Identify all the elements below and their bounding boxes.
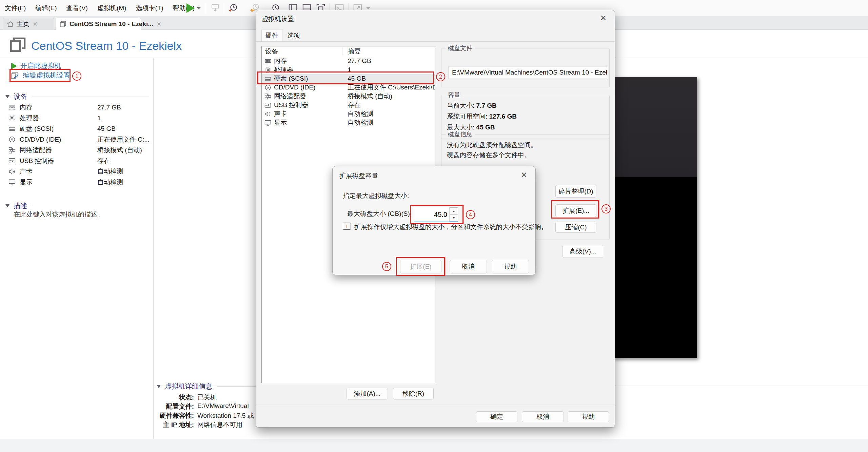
hardware-table-row[interactable]: 内存27.7 GB [262, 57, 435, 65]
devices-section-header[interactable]: 设备 [5, 92, 149, 101]
menu-item-5[interactable]: 选项卡(T) [131, 0, 168, 16]
status-bar [0, 439, 868, 452]
play-icon [11, 63, 17, 69]
menu-item-1[interactable]: 文件(F) [0, 0, 31, 16]
vm-screen-preview [613, 77, 697, 358]
description-placeholder[interactable]: 在此处键入对该虚拟机的描述。 [14, 210, 104, 219]
cd-dvd-icon [8, 136, 16, 143]
hardware-table-row[interactable]: 声卡自动检测 [262, 109, 435, 118]
help-button[interactable]: 帮助 [492, 260, 529, 273]
collapse-arrow-icon [5, 95, 9, 98]
sidebar-device-row[interactable]: 硬盘 (SCSI)45 GB [8, 124, 151, 133]
annotation-step2: 2 [436, 72, 445, 81]
menu-item-3[interactable]: 查看(V) [62, 0, 93, 16]
menu-item-2[interactable]: 编辑(E) [31, 0, 61, 16]
compact-button[interactable]: 压缩(C) [555, 222, 596, 233]
disk-file-path-field[interactable]: E:\VMware\Virtual Machines\CentOS Stream… [449, 66, 607, 79]
add-device-button[interactable]: 添加(A)... [347, 388, 388, 399]
hardware-table-row[interactable]: 网络适配器桥接模式 (自动) [262, 92, 435, 101]
send-ctrl-alt-del-icon [210, 2, 221, 14]
disk-info-line1: 没有为此硬盘预分配磁盘空间。 [447, 141, 537, 149]
tab-home-label: 主页 [17, 20, 29, 28]
detail-row-ip: 主 IP 地址: 网络信息不可用 [149, 420, 242, 429]
annotation-box-step2 [257, 71, 434, 84]
menu-items: 文件(F)编辑(E)查看(V)虚拟机(M)选项卡(T)帮助(H) [0, 0, 199, 16]
tab-vm-close-icon[interactable]: ✕ [157, 21, 161, 28]
vm-tab-icon [59, 20, 67, 28]
sidebar-divider [153, 58, 154, 439]
detail-row-config: 配置文件: E:\VMware\Virtual [149, 402, 249, 411]
sidebar-device-row[interactable]: 网络适配器桥接模式 (自动) [8, 145, 151, 155]
usb-controller-icon [8, 157, 16, 165]
display-icon [264, 119, 271, 126]
tab-hardware[interactable]: 硬件 [261, 29, 282, 42]
annotation-step5: 5 [382, 262, 391, 271]
sidebar-device-row[interactable]: 显示自动检测 [8, 178, 151, 187]
power-options-caret-icon[interactable] [196, 2, 201, 14]
annotation-step3: 3 [601, 204, 611, 213]
sidebar-device-row[interactable]: 声卡自动检测 [8, 167, 151, 176]
annotation-box-step4 [410, 205, 463, 224]
memory-icon [8, 104, 16, 111]
capacity-free: 系统可用空间: 127.6 GB [447, 112, 517, 121]
annotation-box-step1 [9, 69, 71, 82]
sidebar-device-row[interactable]: 内存27.7 GB [8, 103, 151, 112]
page-title: CentOS Stream 10 - Ezekielx [31, 39, 182, 53]
take-snapshot-icon[interactable] [228, 2, 239, 14]
display-icon [8, 179, 16, 186]
max-size-label: 最大磁盘大小 (GB)(S): [347, 209, 412, 218]
sound-card-icon [8, 168, 16, 175]
detail-row-compat: 硬件兼容性: Workstation 17.5 或 [149, 411, 254, 420]
hardware-table-row[interactable]: 显示自动检测 [262, 118, 435, 127]
power-on-icon[interactable] [185, 2, 196, 14]
advanced-button[interactable]: 高级(V)... [563, 245, 603, 258]
annotation-step1: 1 [72, 71, 81, 81]
cancel-button[interactable]: 取消 [522, 411, 564, 422]
remove-device-button[interactable]: 移除(R) [393, 388, 434, 399]
tab-vm[interactable]: CentOS Stream 10 - Ezeki... ✕ [56, 18, 141, 30]
expand-prompt: 指定最大虚拟磁盘大小: [343, 191, 409, 200]
close-icon[interactable]: ✕ [600, 14, 607, 23]
help-button[interactable]: 帮助 [568, 411, 609, 422]
sidebar-device-row[interactable]: CD/DVD (IDE)正在使用文件 C:... [8, 135, 151, 144]
hard-disk-icon [8, 125, 16, 132]
tab-divider [256, 41, 615, 42]
cd-dvd-icon [264, 84, 271, 91]
menu-item-4[interactable]: 虚拟机(M) [93, 0, 131, 16]
info-icon: i [343, 223, 351, 230]
capacity-current: 当前大小: 7.7 GB [447, 101, 497, 110]
detail-row-state: 状态: 已关机 [149, 393, 217, 402]
sound-card-icon [264, 110, 271, 117]
annotation-box-step5 [396, 257, 445, 276]
dialog-title: 虚拟机设置 [262, 15, 294, 23]
cancel-button[interactable]: 取消 [450, 260, 487, 273]
ok-button[interactable]: 确定 [476, 411, 517, 422]
vm-console-icon [9, 36, 26, 55]
hardware-table-row[interactable]: USB 控制器存在 [262, 101, 435, 109]
close-icon[interactable]: ✕ [521, 170, 527, 180]
sidebar-device-row[interactable]: 处理器1 [8, 114, 151, 123]
disk-info-line2: 硬盘内容存储在多个文件中。 [447, 151, 531, 160]
tab-home[interactable]: 主页 ✕ [3, 18, 54, 30]
annotation-step4: 4 [466, 210, 475, 219]
description-section-header[interactable]: 描述 [5, 201, 149, 210]
vmware-workstation-window: 文件(F)编辑(E)查看(V)虚拟机(M)选项卡(T)帮助(H) [0, 0, 868, 452]
tab-home-close-icon[interactable]: ✕ [33, 21, 38, 28]
table-header: 设备 摘要 [262, 46, 435, 56]
tab-options[interactable]: 选项 [283, 29, 304, 42]
tab-vm-label: CentOS Stream 10 - Ezeki... [70, 20, 153, 28]
network-adapter-icon [8, 146, 16, 154]
footer-divider [256, 405, 615, 405]
collapse-arrow-icon [157, 385, 161, 388]
processor-icon [8, 115, 16, 122]
memory-icon [264, 58, 271, 64]
annotation-box-step3 [551, 200, 599, 219]
sidebar-device-row[interactable]: USB 控制器存在 [8, 156, 151, 166]
home-icon [6, 20, 14, 28]
network-adapter-icon [264, 93, 271, 100]
collapse-arrow-icon [5, 204, 9, 207]
defragment-button[interactable]: 碎片整理(D) [555, 185, 596, 198]
usb-controller-icon [264, 102, 271, 108]
dialog-title: 扩展磁盘容量 [339, 171, 378, 180]
